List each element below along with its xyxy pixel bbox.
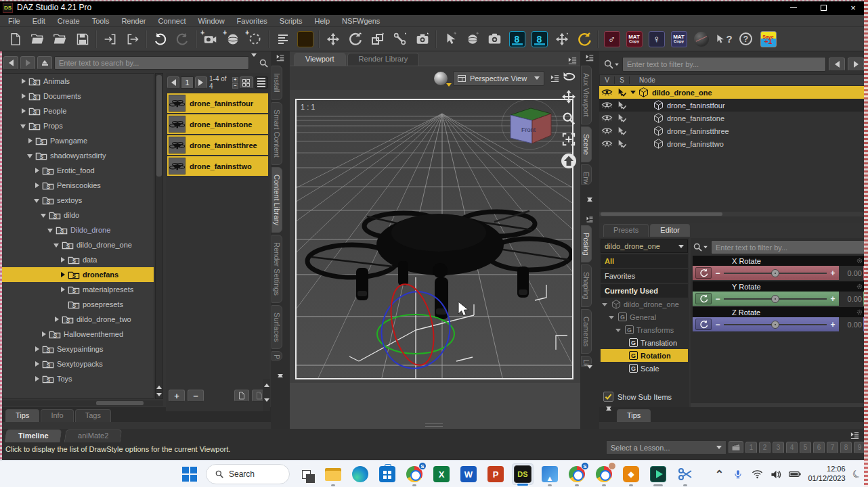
content-search-input[interactable] (54, 56, 249, 70)
tab-render-settings[interactable]: Render Settings (272, 235, 282, 303)
visibility-eye-icon[interactable] (599, 101, 614, 110)
tree-item-dildo-drone-two[interactable]: dildo_drone_two (2, 312, 154, 327)
lesson-button-8[interactable]: 8 (840, 442, 852, 454)
lesson-button-4[interactable]: 4 (786, 442, 798, 454)
remove-item-button[interactable]: − (188, 390, 204, 402)
slider-handle[interactable] (771, 295, 779, 303)
mat-copy-male-button[interactable]: MATCopy (623, 29, 645, 49)
resize-grip[interactable] (425, 423, 443, 427)
filter-favorites[interactable]: Favorites (601, 269, 688, 283)
tab-partial[interactable]: Pa (272, 351, 282, 361)
tree-item-sexypaintings[interactable]: Sexypaintings (2, 342, 154, 356)
mat-copy-female-button[interactable]: MATCopy (668, 29, 690, 49)
scroll-up-button[interactable] (156, 384, 162, 390)
scene-node-dildo-drone-one[interactable]: dildo_drone_one (599, 86, 868, 99)
zoom-camera-button[interactable] (561, 111, 576, 126)
camera-cursor-tool-button[interactable] (411, 29, 433, 49)
save-file-button[interactable] (71, 29, 93, 49)
next-page-button[interactable] (195, 76, 207, 89)
lesson-button-7[interactable]: 7 (827, 442, 838, 454)
import-button[interactable] (99, 29, 121, 49)
geometry-tool-button[interactable] (461, 29, 483, 49)
tree-item-props[interactable]: Props (2, 118, 154, 133)
scroll-down-button[interactable] (263, 396, 270, 403)
param-group-transforms[interactable]: GTransforms (601, 323, 688, 336)
scene-horizontal-scrollbar[interactable] (599, 212, 868, 216)
word-button[interactable]: W (458, 463, 479, 485)
tab-content-library[interactable]: Content Library (272, 167, 282, 233)
task-view-button[interactable] (295, 463, 317, 485)
reset-camera-button[interactable] (561, 153, 577, 169)
content-item-drone-faninsttwo[interactable]: drone_faninsttwo (167, 156, 268, 176)
tree-item-materialpresets[interactable]: materialpresets (2, 282, 154, 297)
whats-this-button[interactable]: ? (712, 29, 735, 49)
column-node[interactable]: Node (630, 76, 655, 84)
tab-editor[interactable]: Editor (650, 224, 690, 237)
pane-menu-icon[interactable] (586, 215, 594, 223)
scene-filter-input[interactable] (622, 57, 826, 72)
page-number[interactable]: 1 (181, 76, 193, 89)
render-camera-button[interactable] (483, 29, 506, 49)
lesson-button-2[interactable]: 2 (759, 442, 771, 454)
new-file-button[interactable] (4, 29, 26, 49)
parameter-filter-input[interactable] (711, 240, 866, 254)
scale-tool-button[interactable] (366, 29, 389, 49)
menu-window[interactable]: Window (192, 16, 230, 26)
menu-file[interactable]: File (3, 16, 26, 26)
column-selectability[interactable]: S (615, 76, 630, 84)
filter-currently-used[interactable]: Currently Used (601, 284, 688, 298)
genesis8-two-button[interactable]: 8 (528, 29, 550, 49)
vsdc-button[interactable] (647, 463, 669, 485)
filter-menu-button[interactable] (603, 59, 620, 70)
tree-item-sextoys[interactable]: sextoys (2, 193, 154, 208)
tree-item-dildo-drone-one[interactable]: dildo_drone_one (2, 237, 154, 252)
nav-forward-button[interactable] (20, 56, 35, 70)
focus-assist-moon-icon[interactable]: ☾ (850, 467, 863, 482)
male-material-button[interactable]: ♂ (601, 29, 623, 49)
open-file-button[interactable] (26, 29, 49, 49)
tree-item-toys[interactable]: Toys (2, 371, 154, 386)
node-selector-dropdown[interactable]: dildo_drone_one (601, 239, 688, 253)
page-size-spinner[interactable]: +− (232, 77, 238, 89)
show-sub-items-checkbox[interactable]: Show Sub Items (603, 392, 672, 402)
gear-icon[interactable] (856, 283, 863, 290)
lessons-pane-menu-button[interactable] (850, 430, 860, 440)
slider-handle[interactable] (771, 321, 779, 329)
daz-studio-taskbar-button[interactable]: DS (512, 463, 534, 485)
draw-style-sphere-button[interactable] (434, 72, 448, 85)
menu-create[interactable]: Create (52, 16, 85, 26)
tree-item-shadowyartsdirty[interactable]: shadowyartsdirty (2, 148, 154, 163)
slider-track[interactable] (724, 324, 827, 325)
tab-surfaces[interactable]: Surfaces (272, 305, 282, 349)
lesson-button-3[interactable]: 3 (773, 442, 784, 454)
visibility-eye-icon[interactable] (599, 126, 614, 135)
tree-item-posepresets[interactable]: posepresets (2, 297, 154, 312)
genesis8-one-button[interactable]: 8 (506, 29, 528, 49)
microsoft-store-button[interactable] (376, 463, 398, 485)
visibility-eye-icon[interactable] (599, 114, 614, 122)
menu-nsfwgens[interactable]: NSFWgens (337, 16, 385, 26)
orbit-tool-button[interactable] (322, 29, 344, 49)
param-group-scale[interactable]: GScale (601, 362, 688, 375)
minimize-button[interactable] (779, 0, 808, 15)
tab-tips-right[interactable]: Tips (617, 409, 651, 422)
universal-tool-button[interactable] (550, 29, 573, 49)
wifi-tray-icon[interactable] (751, 469, 763, 479)
param-group-general[interactable]: GGeneral (601, 310, 688, 323)
scene-node-drone-faninstfour[interactable]: drone_faninstfour (599, 99, 868, 112)
tab-tags[interactable]: Tags (75, 409, 111, 422)
content-item-drone-faninstone[interactable]: drone_faninstone (167, 114, 268, 134)
tab-animate2[interactable]: aniMate2 (64, 430, 123, 442)
help-button[interactable]: ? (735, 29, 757, 49)
tree-item-peniscookies[interactable]: Peniscookies (2, 178, 154, 193)
tree-vertical-scrollbar[interactable] (155, 73, 163, 399)
menu-connect[interactable]: Connect (153, 16, 192, 26)
tab-tips[interactable]: Tips (5, 409, 39, 422)
copy-button[interactable] (234, 390, 249, 402)
scene-node-drone-faninstone[interactable]: drone_faninstone (599, 112, 868, 124)
save-plus-one-button[interactable]: Save+1 (757, 29, 779, 49)
tab-cameras[interactable]: Cameras (581, 309, 592, 354)
dock-scroll-down[interactable] (606, 410, 611, 422)
selectable-cursor-icon[interactable] (614, 114, 629, 123)
redo-button[interactable] (171, 29, 194, 49)
